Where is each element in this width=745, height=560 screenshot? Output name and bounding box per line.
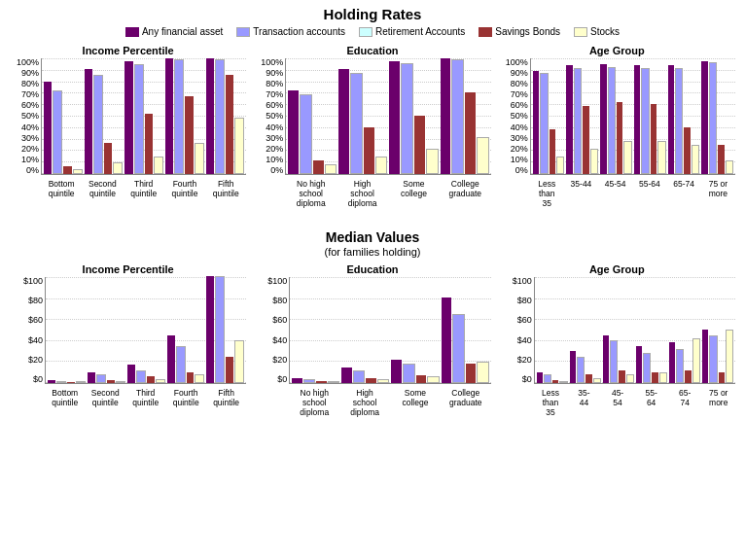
- bar: [185, 96, 193, 174]
- bar-med: [391, 360, 402, 383]
- x-label-4: 65-74: [667, 177, 701, 224]
- x-label-3: Fourth quintile: [164, 177, 205, 224]
- bar: [726, 160, 733, 174]
- y-tick-med: $20: [272, 356, 287, 365]
- median-title: Median Values: [8, 229, 737, 245]
- bar-group-med-1: [88, 277, 125, 383]
- bar-med: [719, 372, 725, 383]
- y-tick: 30%: [511, 134, 528, 143]
- bar-med: [709, 335, 717, 384]
- bar-med: [559, 381, 567, 383]
- bar: [556, 157, 564, 174]
- bar: [73, 169, 83, 174]
- bar-med: [48, 380, 55, 383]
- x-label-med-1: High school diploma: [339, 386, 390, 433]
- bar-med: [127, 365, 135, 383]
- x-label-med-0: Less than 35: [534, 386, 568, 433]
- bar: [154, 157, 163, 174]
- bar-med: [570, 351, 576, 383]
- bar: [145, 114, 153, 174]
- y-tick-med: $40: [28, 336, 43, 345]
- x-label-1: Second quintile: [82, 177, 123, 224]
- y-tick: 70%: [511, 90, 528, 99]
- bar: [668, 65, 674, 174]
- y-tick: 0%: [26, 166, 39, 175]
- legend-item-4: Savings Bonds: [479, 26, 560, 37]
- x-label-3: College graduate: [440, 177, 491, 224]
- bar-group-med-0: [537, 277, 568, 383]
- legend-color-5: [574, 27, 587, 37]
- bar-group-3: [165, 58, 204, 174]
- y-tick: 30%: [21, 134, 39, 143]
- bar-group-1: [566, 58, 598, 174]
- y-tick: 10%: [511, 156, 528, 164]
- bar-med: [107, 380, 115, 383]
- y-tick-med: $0: [33, 375, 43, 384]
- bar-med: [537, 372, 543, 383]
- bar: [206, 58, 214, 174]
- bar-chart-1: 100%90%80%70%60%50%40%30%20%10%0%No high…: [254, 58, 490, 224]
- bar: [641, 68, 649, 174]
- y-tick-med: $100: [23, 277, 43, 286]
- bar: [63, 166, 71, 174]
- y-tick: 40%: [266, 123, 283, 132]
- x-label-2: Some college: [388, 177, 440, 224]
- x-label-med-5: 75 or more: [701, 386, 735, 433]
- y-tick: 60%: [266, 101, 283, 110]
- holding-chart-1: Education100%90%80%70%60%50%40%30%20%10%…: [252, 43, 492, 226]
- bar: [583, 106, 588, 174]
- bar-med: [466, 364, 477, 383]
- bar-med: [726, 330, 733, 383]
- chart-area-1: [285, 58, 490, 175]
- bar: [651, 104, 656, 174]
- legend-color-1: [125, 27, 139, 37]
- y-tick-med: $20: [28, 356, 43, 365]
- bar-med: [328, 381, 340, 383]
- y-tick: 100%: [506, 58, 528, 67]
- x-label-med-3: 55- 64: [634, 386, 668, 433]
- bar: [44, 82, 52, 174]
- bar-med: [316, 381, 327, 383]
- bar: [85, 69, 92, 174]
- bar: [657, 141, 665, 174]
- bar: [134, 64, 144, 174]
- bar-med: [366, 378, 376, 384]
- y-tick: 50%: [511, 112, 528, 121]
- bar-group-2: [124, 58, 163, 174]
- x-label-med-0: No high school diploma: [289, 386, 339, 433]
- legend-color-2: [236, 27, 250, 37]
- bar: [389, 61, 400, 174]
- bar-med: [585, 374, 591, 383]
- bar: [338, 69, 349, 174]
- chart-area-0: [41, 58, 246, 175]
- legend-color-3: [359, 27, 372, 37]
- median-chart-0: Income Percentile$100$80$60$40$20$0Botto…: [8, 262, 248, 435]
- bar: [590, 149, 598, 174]
- bar-med: [303, 379, 316, 383]
- med-chart-title-1: Education: [254, 263, 490, 275]
- y-tick-med: $60: [28, 316, 43, 325]
- y-axis-1: 100%90%80%70%60%50%40%30%20%10%0%: [254, 58, 285, 175]
- chart-area-med-0: [45, 277, 246, 384]
- bar-group-3: [634, 58, 666, 174]
- bar-group-med-2: [127, 277, 165, 383]
- legend-item-1: Any financial asset: [125, 26, 223, 37]
- bar-med: [416, 375, 427, 383]
- legend-label-4: Savings Bonds: [495, 26, 560, 37]
- x-label-med-2: Some college: [390, 386, 441, 433]
- y-axis-2: 100%90%80%70%60%50%40%30%20%10%0%: [499, 58, 530, 175]
- bar: [692, 145, 699, 174]
- bar-med: [167, 335, 175, 384]
- x-labels-0: Bottom quintileSecond quintileThird quin…: [41, 177, 246, 224]
- y-tick-med: $60: [272, 316, 287, 325]
- bar: [684, 127, 690, 174]
- legend-label-5: Stocks: [590, 26, 620, 37]
- bar-med: [116, 381, 125, 383]
- x-label-med-2: Third quintile: [125, 386, 165, 433]
- chart-area-med-2: [534, 277, 735, 384]
- med-chart-title-2: Age Group: [499, 263, 735, 275]
- legend-label-3: Retirement Accounts: [375, 26, 465, 37]
- chart-area-2: [530, 58, 735, 175]
- y-tick-med: $80: [272, 297, 287, 305]
- bar: [600, 64, 606, 174]
